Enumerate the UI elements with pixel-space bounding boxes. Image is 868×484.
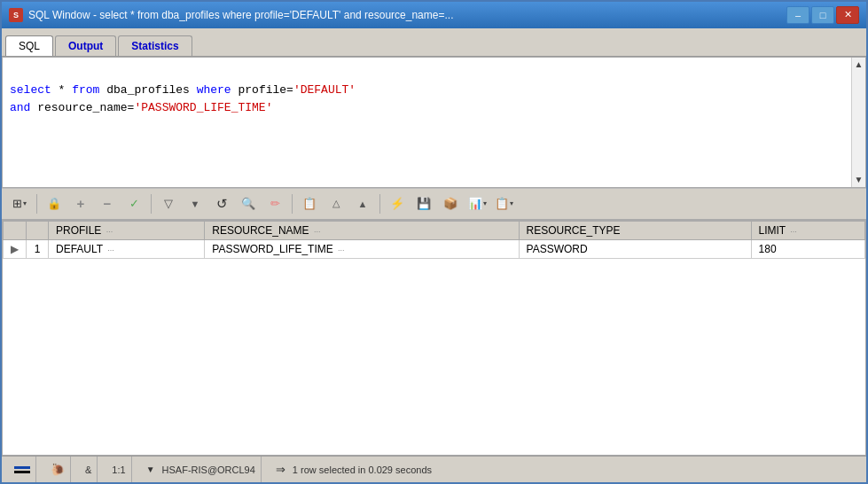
- table-row: ▶ 1 DEFAULT ··· PASSWORD_LIFE_TIME: [4, 239, 865, 258]
- grid-dropdown-arrow[interactable]: ▾: [23, 199, 27, 207]
- connection-icon: ⇒: [276, 463, 285, 476]
- toolbar-separator-2: [151, 194, 152, 214]
- cursor-position: 1:1: [112, 464, 125, 475]
- editor-content[interactable]: select * from dba_profiles where profile…: [3, 58, 851, 187]
- filter-icon: ⚡: [390, 197, 404, 210]
- row-number-1: 1: [27, 239, 49, 258]
- column-header-resource-type[interactable]: RESOURCE_TYPE: [519, 221, 751, 239]
- status-position-seg: 1:1: [106, 457, 131, 482]
- profile-overflow: ···: [106, 227, 113, 236]
- chart-button[interactable]: 📊 ▾: [465, 192, 489, 215]
- kw-and: and: [10, 101, 30, 114]
- app-icon: S: [9, 8, 23, 22]
- column-header-resource-name[interactable]: RESOURCE_NAME ···: [205, 221, 519, 239]
- title-bar-buttons: – □ ✕: [786, 6, 859, 24]
- result-section: PROFILE ··· RESOURCE_NAME ··· RESOURCE_T…: [2, 220, 866, 457]
- status-bar: 🐌 & 1:1 ▼ HSAF-RIS@ORCL94 ⇒ 1 row select…: [2, 456, 866, 482]
- check-icon: ✓: [129, 197, 139, 210]
- row-num-header: [27, 221, 49, 239]
- maximize-button[interactable]: □: [811, 6, 834, 24]
- grid-icon: ⊞: [12, 197, 22, 210]
- status-icon-seg: [9, 457, 36, 482]
- resource-name-overflow: ···: [314, 227, 321, 236]
- scroll-up-button[interactable]: △: [324, 192, 348, 215]
- scroll-down-arrow[interactable]: ▼: [854, 175, 864, 185]
- row-arrow-indicator: ▶: [4, 239, 27, 258]
- refresh-button[interactable]: ↺: [209, 192, 234, 215]
- editor-scrollbar: ▲ ▼: [851, 58, 865, 187]
- resource-name-cell-overflow: ···: [338, 246, 345, 254]
- search-icon: 🔍: [241, 197, 255, 210]
- export-button[interactable]: 📋: [297, 192, 322, 215]
- column-header-limit[interactable]: LIMIT ···: [751, 221, 864, 239]
- delete-row-button[interactable]: −: [95, 192, 120, 215]
- cell-limit[interactable]: 180: [751, 239, 864, 258]
- row-indicator-header: [4, 221, 27, 239]
- filter-button[interactable]: ⚡: [385, 192, 410, 215]
- cell-resource-name[interactable]: PASSWORD_LIFE_TIME ···: [205, 239, 519, 258]
- column-header-profile[interactable]: PROFILE ···: [49, 221, 205, 239]
- status-line-blue: [14, 466, 30, 469]
- table2-button[interactable]: 📋 ▾: [491, 192, 516, 215]
- plus-icon: +: [77, 196, 85, 211]
- tab-statistics[interactable]: Statistics: [118, 35, 192, 56]
- find-button[interactable]: 🔍: [236, 192, 261, 215]
- status-message: 1 row selected in 0.029 seconds: [293, 464, 432, 475]
- minus-icon: −: [104, 196, 112, 211]
- title-bar-text: SQL Window - select * from dba_profiles …: [28, 9, 786, 21]
- fetch-more-button[interactable]: ▼: [183, 192, 207, 215]
- lock-button[interactable]: 🔒: [42, 192, 66, 215]
- toolbar-separator-4: [379, 194, 380, 214]
- multi-save-icon: 📦: [443, 197, 457, 210]
- kw-from: from: [72, 83, 99, 97]
- eraser-icon: ✏: [270, 197, 280, 210]
- tab-output[interactable]: Output: [55, 35, 116, 56]
- profile-cell-overflow: ···: [107, 246, 114, 254]
- toolbar-separator-1: [36, 194, 37, 214]
- save-button[interactable]: 💾: [411, 192, 436, 215]
- tab-sql[interactable]: SQL: [5, 35, 53, 56]
- chart-icon: 📊: [468, 197, 482, 210]
- lock-icon: 🔒: [47, 197, 61, 210]
- cell-profile[interactable]: DEFAULT ···: [49, 239, 205, 258]
- connection-dropdown-arrow[interactable]: ▼: [146, 464, 155, 474]
- title-bar: S SQL Window - select * from dba_profile…: [2, 2, 866, 28]
- str-resource: 'PASSWORD_LIFE_TIME': [134, 101, 272, 114]
- limit-overflow: ···: [790, 227, 797, 236]
- cell-resource-type[interactable]: PASSWORD: [519, 239, 751, 258]
- str-default: 'DEFAULT': [293, 83, 356, 97]
- table2-dropdown-arrow[interactable]: ▾: [510, 199, 513, 207]
- export-icon: 📋: [302, 197, 317, 210]
- multi-save-button[interactable]: 📦: [438, 192, 463, 215]
- results-area[interactable]: PROFILE ··· RESOURCE_NAME ··· RESOURCE_T…: [3, 221, 865, 456]
- status-line-black: [14, 471, 30, 473]
- minimize-button[interactable]: –: [786, 6, 809, 24]
- editor-area: select * from dba_profiles where profile…: [2, 57, 866, 188]
- results-table: PROFILE ··· RESOURCE_NAME ··· RESOURCE_T…: [3, 221, 865, 259]
- scroll-up-arrow[interactable]: ▲: [854, 59, 864, 70]
- toolbar-separator-3: [292, 194, 293, 214]
- status-message-seg: ⇒ 1 row selected in 0.029 seconds: [270, 457, 859, 482]
- status-connection-seg: ▼ HSAF-RIS@ORCL94: [141, 457, 262, 482]
- clear-button[interactable]: ✏: [262, 192, 287, 215]
- scroll-down-button[interactable]: ▲: [350, 192, 375, 215]
- snail-icon: 🐌: [51, 463, 65, 476]
- status-ampersand-seg: &: [80, 457, 98, 482]
- confirm-button[interactable]: ✓: [121, 192, 146, 215]
- connection-name: HSAF-RIS@ORCL94: [162, 464, 255, 475]
- fetch-all-button[interactable]: ▽: [156, 192, 181, 215]
- ampersand-text: &: [85, 464, 91, 475]
- toolbar: ⊞ ▾ 🔒 + − ✓ ▽ ▼ ↺: [2, 188, 866, 220]
- kw-where: where: [197, 83, 231, 97]
- grid-toggle-button[interactable]: ⊞ ▾: [7, 192, 32, 215]
- table2-icon: 📋: [495, 197, 509, 210]
- close-button[interactable]: ✕: [836, 6, 859, 24]
- status-lines-icon: [14, 466, 30, 473]
- window-frame: S SQL Window - select * from dba_profile…: [0, 0, 868, 484]
- tab-bar: SQL Output Statistics: [2, 28, 866, 57]
- chart-dropdown-arrow[interactable]: ▾: [483, 199, 487, 207]
- status-snail-seg: 🐌: [45, 457, 71, 482]
- add-row-button[interactable]: +: [68, 192, 93, 215]
- scroll-down-icon: ▲: [358, 199, 368, 209]
- fetch-more-icon: ▼: [191, 199, 200, 209]
